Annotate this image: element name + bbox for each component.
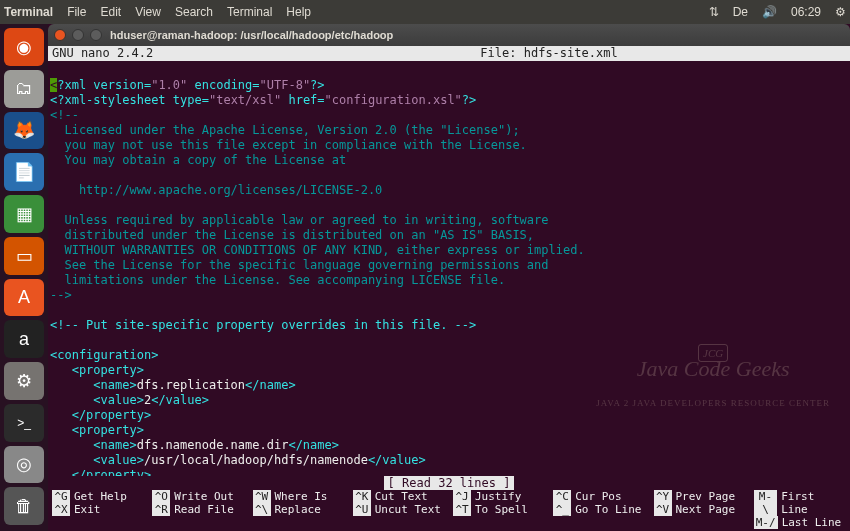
launcher-terminal[interactable]: >_ <box>4 404 44 442</box>
window-title: hduser@raman-hadoop: /usr/local/hadoop/e… <box>110 29 393 41</box>
shortcut-label: Where Is <box>275 490 328 503</box>
window-minimize-button[interactable] <box>72 29 84 41</box>
menu-edit[interactable]: Edit <box>100 5 121 19</box>
window-close-button[interactable] <box>54 29 66 41</box>
launcher-disc[interactable]: ◎ <box>4 446 44 484</box>
nano-header: GNU nano 2.4.2 File: hdfs-site.xml <box>48 46 850 61</box>
sound-icon[interactable]: 🔊 <box>762 5 777 19</box>
shortcut-key: ^O <box>152 490 170 503</box>
shortcut-label: Justify <box>475 490 521 503</box>
menu-file[interactable]: File <box>67 5 86 19</box>
launcher-calc[interactable]: ▦ <box>4 195 44 233</box>
shortcut-key: ^_ <box>553 503 571 516</box>
shortcut-key: ^U <box>353 503 371 516</box>
launcher-firefox[interactable]: 🦊 <box>4 112 44 150</box>
shortcut-key: ^X <box>52 503 70 516</box>
shortcut-key: ^R <box>152 503 170 516</box>
launcher-impress[interactable]: ▭ <box>4 237 44 275</box>
desktop-topbar: Terminal File Edit View Search Terminal … <box>0 0 850 24</box>
shortcut-label: To Spell <box>475 503 528 516</box>
shortcut-label: Cur Pos <box>575 490 621 503</box>
shortcut-cell: ^CCur Pos^_Go To Line <box>553 490 645 529</box>
shortcut-label: Write Out <box>174 490 234 503</box>
shortcut-label: Uncut Text <box>375 503 441 516</box>
shortcut-key: ^G <box>52 490 70 503</box>
nano-editor[interactable]: <?xml version="1.0" encoding="UTF-8"?> <… <box>48 61 850 476</box>
shortcut-cell: ^GGet Help^XExit <box>52 490 144 529</box>
menu-search[interactable]: Search <box>175 5 213 19</box>
nano-version: GNU nano 2.4.2 <box>52 46 252 61</box>
shortcut-key: M-/ <box>754 516 778 529</box>
shortcut-label: Read File <box>174 503 234 516</box>
nano-status: [ Read 32 lines ] <box>48 476 850 490</box>
shortcut-cell: ^KCut Text^UUncut Text <box>353 490 445 529</box>
shortcut-cell: ^JJustify^TTo Spell <box>453 490 545 529</box>
menu-terminal[interactable]: Terminal <box>4 5 53 19</box>
shortcut-key: M-\ <box>754 490 777 516</box>
shortcut-label: Last Line <box>782 516 842 529</box>
terminal-window: hduser@raman-hadoop: /usr/local/hadoop/e… <box>48 24 850 531</box>
shortcut-label: Exit <box>74 503 101 516</box>
nano-shortcuts: ^GGet Help^XExit^OWrite Out^RRead File^W… <box>48 490 850 531</box>
shortcut-label: Next Page <box>676 503 736 516</box>
shortcut-key: ^C <box>553 490 571 503</box>
shortcut-label: Cut Text <box>375 490 428 503</box>
unity-launcher: ◉ 🗂 🦊 📄 ▦ ▭ A a ⚙ >_ ◎ 🗑 <box>0 24 48 531</box>
shortcut-label: Replace <box>275 503 321 516</box>
shortcut-key: ^\ <box>253 503 271 516</box>
window-maximize-button[interactable] <box>90 29 102 41</box>
launcher-settings[interactable]: ⚙ <box>4 362 44 400</box>
app-menu[interactable]: Terminal File Edit View Search Terminal … <box>4 5 311 19</box>
session-icon[interactable]: ⚙ <box>835 5 846 19</box>
launcher-writer[interactable]: 📄 <box>4 153 44 191</box>
menu-view[interactable]: View <box>135 5 161 19</box>
clock[interactable]: 06:29 <box>791 5 821 19</box>
shortcut-key: ^V <box>654 503 672 516</box>
shortcut-label: Prev Page <box>676 490 736 503</box>
window-titlebar[interactable]: hduser@raman-hadoop: /usr/local/hadoop/e… <box>48 24 850 46</box>
watermark: JCG Java Code Geeks JAVA 2 JAVA DEVELOPE… <box>563 327 830 426</box>
shortcut-label: Get Help <box>74 490 127 503</box>
shortcut-key: ^J <box>453 490 471 503</box>
shortcut-cell: M-\First LineM-/Last Line <box>754 490 846 529</box>
shortcut-key: ^K <box>353 490 371 503</box>
shortcut-key: ^Y <box>654 490 672 503</box>
shortcut-label: Go To Line <box>575 503 641 516</box>
shortcut-cell: ^YPrev Page^VNext Page <box>654 490 746 529</box>
launcher-software[interactable]: A <box>4 279 44 317</box>
network-icon[interactable]: ⇅ <box>709 5 719 19</box>
launcher-dash[interactable]: ◉ <box>4 28 44 66</box>
nano-filename: File: hdfs-site.xml <box>252 46 846 61</box>
shortcut-cell: ^WWhere Is^\Replace <box>253 490 345 529</box>
shortcut-label: First Line <box>781 490 846 516</box>
launcher-files[interactable]: 🗂 <box>4 70 44 108</box>
menu-help[interactable]: Help <box>286 5 311 19</box>
shortcut-cell: ^OWrite Out^RRead File <box>152 490 244 529</box>
launcher-trash[interactable]: 🗑 <box>4 487 44 525</box>
launcher-amazon[interactable]: a <box>4 320 44 358</box>
keyboard-lang[interactable]: De <box>733 5 748 19</box>
menu-terminal2[interactable]: Terminal <box>227 5 272 19</box>
shortcut-key: ^W <box>253 490 271 503</box>
shortcut-key: ^T <box>453 503 471 516</box>
